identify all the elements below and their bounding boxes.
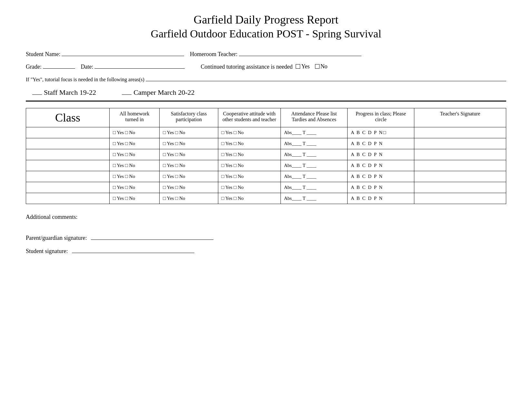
progress-table: Class All homework turned in Satisfactor… bbox=[26, 108, 506, 204]
attendance-cell-4[interactable]: Abs____ T ____ bbox=[281, 171, 347, 182]
satisfactory-cell-2[interactable]: □ Yes □ No bbox=[160, 149, 218, 160]
additional-comments-label: Additional comments: bbox=[26, 214, 77, 220]
class-cell-6[interactable] bbox=[26, 193, 110, 204]
yes-checkbox-item[interactable]: Yes bbox=[296, 63, 310, 70]
student-name-field[interactable] bbox=[62, 50, 184, 56]
attendance-cell-3[interactable]: Abs____ T ____ bbox=[281, 160, 347, 171]
signature-cell-5[interactable] bbox=[414, 182, 506, 193]
progress-cell-3[interactable]: A B C D P N bbox=[347, 160, 414, 171]
class-cell-4[interactable] bbox=[26, 171, 110, 182]
satisfactory-cell-0[interactable]: □ Yes □ No bbox=[160, 127, 218, 138]
attendance-cell-6[interactable]: Abs____ T ____ bbox=[281, 193, 347, 204]
satisfactory-cell-5[interactable]: □ Yes □ No bbox=[160, 182, 218, 193]
class-cell-1[interactable] bbox=[26, 138, 110, 149]
satisfactory-header-text: Satisfactory class participation bbox=[171, 111, 207, 122]
cooperative-cell-3[interactable]: □ Yes □ No bbox=[218, 160, 281, 171]
staff-item: Staff March 19-22 bbox=[32, 88, 96, 97]
attendance-cell-2[interactable]: Abs____ T ____ bbox=[281, 149, 347, 160]
progress-cell-5[interactable]: A B C D P N bbox=[347, 182, 414, 193]
homework-cell-2[interactable]: □ Yes □ No bbox=[109, 149, 159, 160]
additional-comments-section: Additional comments: bbox=[26, 214, 506, 220]
parent-signature-line[interactable] bbox=[91, 233, 213, 240]
homework-cell-6[interactable]: □ Yes □ No bbox=[109, 193, 159, 204]
class-cell-3[interactable] bbox=[26, 160, 110, 171]
progress-cell-6[interactable]: A B C D P N bbox=[347, 193, 414, 204]
homework-header-text: All homework turned in bbox=[120, 111, 150, 122]
col-attendance-header: Attendance Please list Tardies and Absen… bbox=[281, 108, 347, 127]
cooperative-cell-2[interactable]: □ Yes □ No bbox=[218, 149, 281, 160]
col-progress-header: Progress in class; Please circle bbox=[347, 108, 414, 127]
tutoring-label: Continued tutoring assistance is needed bbox=[201, 64, 292, 70]
attendance-cell-1[interactable]: Abs____ T ____ bbox=[281, 138, 347, 149]
tutorial-focus-field[interactable] bbox=[146, 75, 506, 81]
student-signature-line[interactable] bbox=[72, 247, 194, 253]
progress-cell-1[interactable]: A B C D P N bbox=[347, 138, 414, 149]
attendance-cell-0[interactable]: Abs____ T ____ bbox=[281, 127, 347, 138]
table-row: □ Yes □ No□ Yes □ No□ Yes □ NoAbs____ T … bbox=[26, 149, 506, 160]
student-homeroom-row: Student Name: Homeroom Teacher: bbox=[26, 50, 506, 58]
homework-cell-4[interactable]: □ Yes □ No bbox=[109, 171, 159, 182]
col-signature-header: Teacher's Signature bbox=[414, 108, 506, 127]
signature-cell-2[interactable] bbox=[414, 149, 506, 160]
staff-camper-row: Staff March 19-22 Camper March 20-22 bbox=[26, 88, 506, 97]
attendance-header-text: Attendance Please list Tardies and Absen… bbox=[291, 111, 337, 122]
grade-date-tutoring-row: Grade: Date: Continued tutoring assistan… bbox=[26, 62, 506, 70]
page-header: Garfield Daily Progress Report Garfield … bbox=[26, 13, 506, 40]
progress-cell-0[interactable]: A B C D P N□ bbox=[347, 127, 414, 138]
form-section: Student Name: Homeroom Teacher: Grade: D… bbox=[26, 50, 506, 102]
signature-cell-3[interactable] bbox=[414, 160, 506, 171]
grade-field[interactable] bbox=[43, 62, 75, 69]
signature-header-text: Teacher's Signature bbox=[440, 111, 480, 116]
satisfactory-cell-6[interactable]: □ Yes □ No bbox=[160, 193, 218, 204]
table-row: □ Yes □ No□ Yes □ No□ Yes □ NoAbs____ T … bbox=[26, 193, 506, 204]
satisfactory-cell-4[interactable]: □ Yes □ No bbox=[160, 171, 218, 182]
table-row: □ Yes □ No□ Yes □ No□ Yes □ NoAbs____ T … bbox=[26, 138, 506, 149]
class-cell-2[interactable] bbox=[26, 149, 110, 160]
signature-cell-6[interactable] bbox=[414, 193, 506, 204]
cooperative-header-text: Cooperative attitude with other students… bbox=[222, 111, 276, 122]
class-header-text: Class bbox=[55, 111, 80, 124]
title-line1: Garfield Daily Progress Report bbox=[26, 13, 506, 26]
cooperative-cell-6[interactable]: □ Yes □ No bbox=[218, 193, 281, 204]
col-class-header: Class bbox=[26, 108, 110, 127]
date-field[interactable] bbox=[94, 62, 185, 69]
homeroom-teacher-field[interactable] bbox=[239, 50, 361, 56]
staff-prefix bbox=[32, 89, 42, 95]
cooperative-cell-1[interactable]: □ Yes □ No bbox=[218, 138, 281, 149]
table-row: □ Yes □ No□ Yes □ No□ Yes □ NoAbs____ T … bbox=[26, 127, 506, 138]
cooperative-cell-0[interactable]: □ Yes □ No bbox=[218, 127, 281, 138]
table-row: □ Yes □ No□ Yes □ No□ Yes □ NoAbs____ T … bbox=[26, 160, 506, 171]
homework-cell-5[interactable]: □ Yes □ No bbox=[109, 182, 159, 193]
homework-cell-1[interactable]: □ Yes □ No bbox=[109, 138, 159, 149]
signature-cell-4[interactable] bbox=[414, 171, 506, 182]
col-homework-header: All homework turned in bbox=[109, 108, 159, 127]
satisfactory-cell-3[interactable]: □ Yes □ No bbox=[160, 160, 218, 171]
student-name-label: Student Name: bbox=[26, 51, 60, 58]
no-checkbox-item[interactable]: No bbox=[315, 63, 328, 70]
signature-cell-0[interactable] bbox=[414, 127, 506, 138]
tutoring-checkboxes: Yes No bbox=[296, 63, 330, 70]
no-checkbox[interactable] bbox=[315, 64, 320, 69]
tutorial-focus-row: If "Yes", tutorial focus is needed in th… bbox=[26, 75, 506, 83]
satisfactory-cell-1[interactable]: □ Yes □ No bbox=[160, 138, 218, 149]
class-cell-0[interactable] bbox=[26, 127, 110, 138]
camper-prefix bbox=[122, 89, 132, 95]
staff-label: Staff March 19-22 bbox=[44, 88, 96, 97]
yes-checkbox[interactable] bbox=[296, 64, 300, 69]
cooperative-cell-4[interactable]: □ Yes □ No bbox=[218, 171, 281, 182]
cooperative-cell-5[interactable]: □ Yes □ No bbox=[218, 182, 281, 193]
homework-cell-0[interactable]: □ Yes □ No bbox=[109, 127, 159, 138]
tutorial-focus-label: If "Yes", tutorial focus is needed in th… bbox=[26, 77, 144, 83]
no-label: No bbox=[320, 63, 328, 70]
yes-label: Yes bbox=[301, 63, 310, 70]
homeroom-teacher-label: Homeroom Teacher: bbox=[190, 51, 238, 58]
progress-cell-4[interactable]: A B C D P N bbox=[347, 171, 414, 182]
progress-cell-2[interactable]: A B C D P N bbox=[347, 149, 414, 160]
class-cell-5[interactable] bbox=[26, 182, 110, 193]
signature-cell-1[interactable] bbox=[414, 138, 506, 149]
parent-signature-section: Parent/guardian signature: bbox=[26, 233, 506, 241]
attendance-cell-5[interactable]: Abs____ T ____ bbox=[281, 182, 347, 193]
student-signature-label: Student signature: bbox=[26, 248, 68, 254]
homework-cell-3[interactable]: □ Yes □ No bbox=[109, 160, 159, 171]
grade-label: Grade: bbox=[26, 64, 42, 70]
